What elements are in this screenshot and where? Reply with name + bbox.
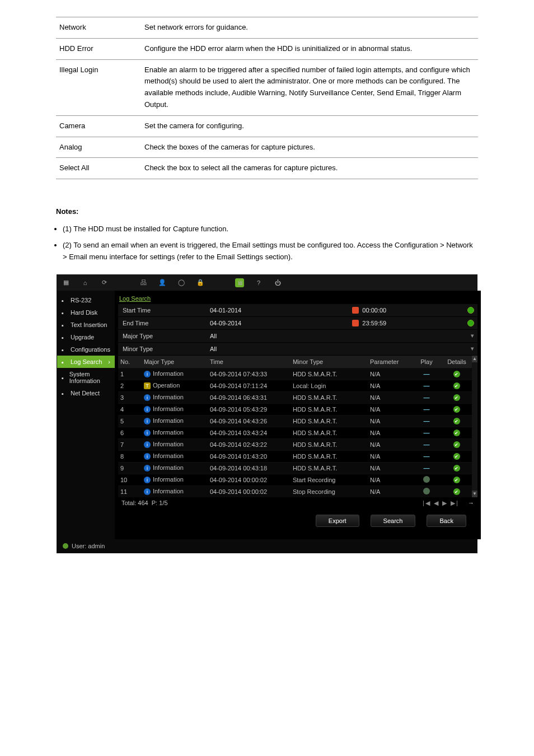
bullet-icon: ▪ — [62, 390, 67, 396]
end-date-field[interactable]: 04-09-2014 — [207, 320, 349, 326]
bullet-icon: ▪ — [62, 375, 66, 380]
help-icon[interactable]: ? — [254, 278, 263, 287]
details-icon[interactable]: ✔ — [453, 441, 460, 448]
search-button[interactable]: Search — [371, 515, 416, 527]
details-icon[interactable]: ✔ — [453, 488, 460, 495]
bullet-icon: ▪ — [62, 310, 67, 315]
top-toolbar: ▦ ⌂ ⟳ 品 👤 ◯ 🔒 🖥 ? ⏻ — [57, 275, 477, 291]
goto-arrow-icon[interactable]: → — [468, 500, 474, 506]
sidebar-item-log[interactable]: ▪Log Search› — [57, 356, 115, 368]
table-row[interactable]: 11iInformation04-09-2014 00:00:02Stop Re… — [118, 486, 472, 497]
major-type-label: Major Type — [118, 333, 207, 339]
page-indicator: P: 1/5 — [152, 500, 168, 506]
table-row[interactable]: 6iInformation04-09-2014 03:43:24HDD S.M.… — [118, 427, 472, 438]
notes-heading: Notes: — [56, 207, 478, 216]
config-options-table: NetworkSet network errors for guidance.H… — [56, 17, 478, 179]
play-icon[interactable] — [423, 488, 430, 494]
end-time-label: End Time — [118, 320, 207, 326]
device-icon[interactable]: ⌂ — [81, 278, 90, 287]
record-dot-icon — [467, 307, 474, 314]
refresh-icon[interactable]: ⟳ — [100, 278, 109, 287]
table-row[interactable]: 3iInformation04-09-2014 06:43:31HDD S.M.… — [118, 391, 472, 403]
option-desc: Set the camera for configuring. — [141, 115, 478, 137]
power-icon[interactable]: ⏻ — [273, 278, 282, 287]
info-chip-icon: i — [144, 394, 151, 401]
option-name: Illegal Login — [56, 59, 141, 115]
grid-icon[interactable]: ▦ — [62, 278, 71, 287]
user-icon[interactable]: 👤 — [158, 278, 167, 287]
end-time-field[interactable]: 23:59:59 — [349, 320, 477, 326]
details-icon[interactable]: ✔ — [453, 382, 460, 389]
option-desc: Set network errors for guidance. — [141, 17, 478, 39]
play-icon[interactable] — [423, 476, 430, 483]
sidebar-item-sysinfo[interactable]: ▪System Information — [57, 368, 115, 387]
no-play-icon: — — [423, 406, 429, 413]
info-chip-icon: i — [144, 477, 151, 483]
pager-nav[interactable]: |◀ ◀ ▶ ▶| — [423, 500, 459, 507]
lock-icon[interactable]: 🔒 — [196, 278, 205, 287]
table-row[interactable]: 10iInformation04-09-2014 00:00:02Start R… — [118, 474, 472, 486]
sidebar-item-netdet[interactable]: ▪Net Detect — [57, 387, 115, 399]
option-desc: Configure the HDD error alarm when the H… — [141, 38, 478, 59]
chevron-right-icon: › — [108, 358, 110, 365]
pagination: Total: 464 P: 1/5 |◀ ◀ ▶ ▶| → — [118, 497, 477, 509]
start-date-field[interactable]: 04-01-2014 — [207, 307, 349, 314]
scroll-up-icon[interactable]: ▲ — [472, 356, 477, 362]
details-icon[interactable]: ✔ — [453, 371, 460, 377]
info-chip-icon: i — [144, 488, 151, 495]
results-body: 1iInformation04-09-2014 07:43:33HDD S.M.… — [118, 368, 472, 497]
table-row[interactable]: 5iInformation04-09-2014 04:43:26HDD S.M.… — [118, 415, 472, 427]
scroll-down-icon[interactable]: ▼ — [472, 491, 477, 497]
monitor-icon[interactable]: 🖥 — [235, 278, 244, 287]
bullet-icon: ▪ — [62, 297, 67, 303]
sidebar-item-configs[interactable]: ▪Configurations — [57, 343, 115, 356]
no-play-icon: — — [423, 371, 429, 377]
tab-log-search[interactable]: Log Search — [119, 295, 477, 302]
scrollbar[interactable]: ▲ ▼ — [472, 356, 477, 497]
option-desc: Enable an alarm to be triggered after a … — [141, 59, 478, 115]
sidebar-item-hdd[interactable]: ▪Hard Disk — [57, 306, 115, 319]
details-icon[interactable]: ✔ — [453, 418, 460, 424]
chevron-down-icon: ▾ — [471, 345, 474, 352]
back-button[interactable]: Back — [427, 515, 466, 527]
table-row[interactable]: 9iInformation04-09-2014 00:43:18HDD S.M.… — [118, 462, 472, 474]
sidebar-item-label: System Information — [69, 371, 110, 384]
details-icon[interactable]: ✔ — [453, 477, 460, 483]
option-name: Select All — [56, 158, 141, 179]
details-icon[interactable]: ✔ — [453, 465, 460, 472]
sidebar: ▪RS-232▪Hard Disk▪Text Insertion▪Upgrade… — [57, 291, 115, 539]
details-icon[interactable]: ✔ — [453, 430, 460, 436]
sidebar-item-label: RS-232 — [71, 297, 91, 304]
major-type-select[interactable]: All▾ — [207, 332, 477, 339]
disc-icon[interactable]: ◯ — [177, 278, 186, 287]
table-row[interactable]: 1iInformation04-09-2014 07:43:33HDD S.M.… — [118, 368, 472, 380]
sidebar-item-label: Text Insertion — [71, 321, 107, 328]
app-window: ▦ ⌂ ⟳ 品 👤 ◯ 🔒 🖥 ? ⏻ ▪RS-232▪Hard Disk▪Te… — [57, 274, 477, 553]
tree-icon[interactable]: 品 — [139, 278, 148, 287]
details-icon[interactable]: ✔ — [453, 406, 460, 413]
option-desc: Check the box to select all the cameras … — [141, 158, 478, 179]
no-play-icon: — — [423, 441, 429, 448]
table-row[interactable]: 7iInformation04-09-2014 02:43:22HDD S.M.… — [118, 438, 472, 450]
sidebar-item-upgrade[interactable]: ▪Upgrade — [57, 331, 115, 343]
sidebar-item-rs232[interactable]: ▪RS-232 — [57, 294, 115, 306]
record-dot-icon — [467, 320, 474, 326]
option-name: HDD Error — [56, 38, 141, 59]
info-chip-icon: i — [144, 418, 151, 424]
minor-type-select[interactable]: All▾ — [207, 345, 477, 352]
details-icon[interactable]: ✔ — [453, 394, 460, 401]
details-icon[interactable]: ✔ — [453, 453, 460, 460]
table-row[interactable]: 8iInformation04-09-2014 01:43:20HDD S.M.… — [118, 450, 472, 462]
table-row[interactable]: 2TOperation04-09-2014 07:11:24Local: Log… — [118, 380, 472, 391]
sidebar-item-text[interactable]: ▪Text Insertion — [57, 319, 115, 331]
info-chip-icon: i — [144, 430, 151, 436]
status-dot-icon — [63, 543, 68, 549]
chevron-down-icon: ▾ — [471, 332, 474, 339]
no-play-icon: — — [423, 394, 429, 401]
status-user: User: admin — [72, 543, 105, 549]
sidebar-item-label: Upgrade — [71, 334, 94, 340]
main-panel: Log Search Start Time 04-01-2014 00:00:0… — [115, 291, 481, 539]
export-button[interactable]: Export — [316, 515, 359, 527]
table-row[interactable]: 4iInformation04-09-2014 05:43:29HDD S.M.… — [118, 403, 472, 415]
start-time-field[interactable]: 00:00:00 — [349, 307, 477, 314]
